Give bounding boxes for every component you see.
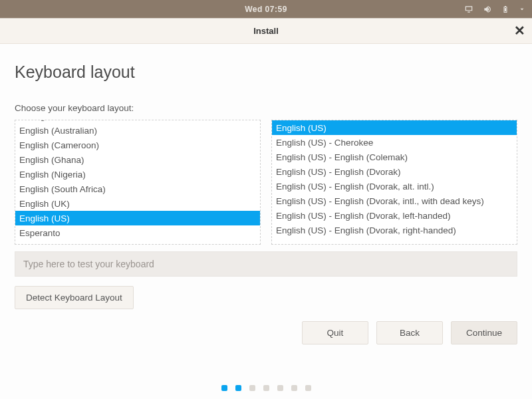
step-dot (221, 385, 227, 391)
variant-list-item[interactable]: English (US) - English (Colemak) (272, 150, 517, 164)
step-dot (277, 385, 283, 391)
layout-list-item[interactable]: English (Cameroon) (15, 138, 260, 152)
listboxes-row: DzongkhaEnglish (Australian)English (Cam… (15, 120, 517, 245)
top-bar: Wed 07:59 (0, 0, 532, 18)
variant-listbox[interactable]: English (US)English (US) - CherokeeEngli… (271, 120, 517, 245)
progress-stepper (0, 385, 532, 391)
variant-list-item[interactable]: English (US) - English (Dvorak, intl., w… (272, 194, 517, 208)
prompt-label: Choose your keyboard layout: (15, 103, 517, 113)
battery-icon[interactable] (501, 5, 509, 14)
window-titlebar: Install ✕ (0, 19, 532, 44)
quit-button[interactable]: Quit (302, 321, 368, 344)
layout-list-item[interactable]: English (Ghana) (15, 152, 260, 167)
test-keyboard-input[interactable] (15, 251, 517, 277)
content-area: Keyboard layout Choose your keyboard lay… (0, 44, 532, 399)
layout-list-item[interactable]: English (South Africa) (15, 182, 260, 196)
continue-button[interactable]: Continue (451, 321, 517, 344)
window-title: Install (253, 26, 279, 36)
detect-row: Detect Keyboard Layout (15, 286, 517, 309)
volume-icon[interactable] (483, 5, 492, 14)
layout-list-item[interactable]: English (US) (15, 211, 260, 225)
chevron-down-icon[interactable] (519, 6, 525, 13)
step-dot (235, 385, 241, 391)
system-tray (464, 5, 525, 14)
layout-list-item[interactable]: English (Australian) (15, 123, 260, 138)
variant-list-item[interactable]: English (US) - English (Dvorak, alt. int… (272, 179, 517, 194)
layout-list-item[interactable]: English (UK) (15, 196, 260, 211)
nav-buttons: Quit Back Continue (15, 321, 517, 344)
layout-list-item[interactable]: English (Nigeria) (15, 167, 260, 182)
back-button[interactable]: Back (376, 321, 443, 344)
step-dot (291, 385, 297, 391)
detect-keyboard-button[interactable]: Detect Keyboard Layout (15, 286, 134, 309)
variant-list-item[interactable]: English (US) - Cherokee (272, 135, 517, 150)
clock: Wed 07:59 (245, 5, 287, 14)
installer-window: Install ✕ Keyboard layout Choose your ke… (0, 18, 532, 399)
display-icon[interactable] (464, 5, 473, 14)
variant-list-item[interactable]: English (US) (272, 120, 517, 135)
step-dot (249, 385, 255, 391)
variant-list-item[interactable]: English (US) - English (Dvorak) (272, 164, 517, 179)
variant-list-item[interactable]: English (US) - English (Dvorak, left-han… (272, 208, 517, 223)
variant-list-item[interactable]: English (US) - English (Dvorak, right-ha… (272, 223, 517, 237)
layout-listbox[interactable]: DzongkhaEnglish (Australian)English (Cam… (15, 120, 261, 245)
layout-list-item[interactable]: Esperanto (15, 225, 260, 240)
step-dot (305, 385, 311, 391)
close-button[interactable]: ✕ (514, 24, 525, 37)
step-dot (263, 385, 269, 391)
page-title: Keyboard layout (15, 63, 517, 82)
